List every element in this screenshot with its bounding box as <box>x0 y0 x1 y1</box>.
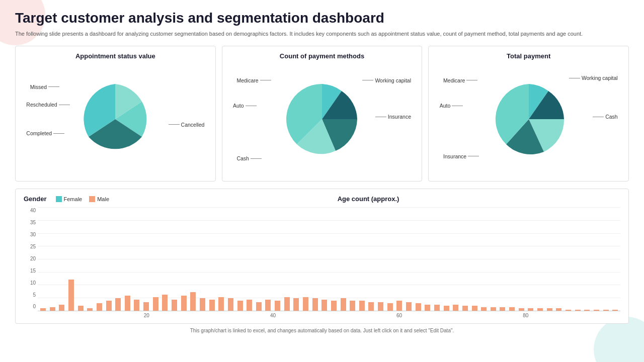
bar-group <box>592 310 601 311</box>
bar-stack <box>40 308 46 311</box>
bar-group <box>442 306 451 311</box>
bar-male <box>406 302 412 311</box>
bar-male <box>519 308 524 311</box>
bar-stack <box>425 305 430 311</box>
bar-group <box>189 292 197 311</box>
grid-25 <box>38 246 620 246</box>
bar-male <box>284 297 290 311</box>
bar-male <box>78 306 84 311</box>
bar-stack <box>284 297 290 311</box>
bar-group <box>104 301 113 311</box>
bar-male <box>416 303 421 311</box>
bar-group <box>461 306 469 311</box>
bar-group <box>330 301 338 311</box>
bar-stack <box>575 310 581 311</box>
bars-area: 20406080 <box>38 208 620 318</box>
bar-male <box>425 305 430 311</box>
bar-male <box>265 300 271 311</box>
label-auto-count: Auto <box>233 103 257 109</box>
bar-male <box>509 307 515 311</box>
bar-group <box>235 301 244 311</box>
legend-male-color <box>89 196 95 202</box>
bar-stack <box>491 307 496 311</box>
bar-stack <box>331 301 337 311</box>
label-working-tp: Working capital <box>569 75 618 81</box>
x-axis-label: 40 <box>242 313 305 318</box>
bar-stack <box>172 300 177 311</box>
total-payment-pie-container: Medicare Auto Insurance Working capital <box>436 64 621 174</box>
bar-stack <box>87 308 93 311</box>
bar-male <box>453 305 458 311</box>
bar-male <box>566 310 571 311</box>
bar-group <box>470 306 478 311</box>
bar-male <box>584 310 590 311</box>
bar-male <box>50 307 55 311</box>
bar-male <box>172 300 177 311</box>
bar-group <box>320 300 329 311</box>
bar-male <box>387 303 393 311</box>
bar-group <box>208 300 216 311</box>
bar-group <box>395 301 404 311</box>
bar-male <box>200 298 205 311</box>
bar-stack <box>603 310 609 311</box>
bar-stack <box>134 300 139 311</box>
bar-stack <box>387 303 393 311</box>
label-medicare-count: Medicare <box>236 77 271 83</box>
bar-stack <box>265 300 271 311</box>
bars-row <box>38 280 620 311</box>
bar-group <box>48 307 57 311</box>
grid-40 <box>38 207 620 208</box>
payment-count-pie-container: Medicare Auto Cash Working capital <box>229 64 415 174</box>
bar-group <box>76 306 85 311</box>
bar-group <box>39 308 47 311</box>
bar-male <box>97 303 102 311</box>
bar-stack <box>566 310 571 311</box>
bar-group <box>386 303 394 311</box>
bar-group <box>601 310 610 311</box>
bar-group <box>348 301 357 311</box>
bar-male <box>472 306 477 311</box>
bar-stack <box>97 303 102 311</box>
bar-stack <box>293 298 299 311</box>
label-cash-count: Cash <box>236 155 262 161</box>
bar-stack <box>547 308 552 311</box>
bar-group <box>95 303 104 311</box>
bar-stack <box>406 302 412 311</box>
bar-group <box>498 307 507 311</box>
bar-male <box>594 310 599 311</box>
total-payment-pie-svg <box>489 79 569 159</box>
bar-male <box>612 310 618 311</box>
bar-male <box>331 301 337 311</box>
bar-stack <box>584 310 590 311</box>
legend-male: Male <box>89 196 109 202</box>
bar-male <box>396 301 402 311</box>
bar-group <box>583 310 591 311</box>
bar-group <box>160 295 169 311</box>
bar-stack <box>500 307 505 311</box>
appointment-pie-container: Missed Rescheduled Completed Cancelled <box>23 64 208 174</box>
bar-male <box>378 302 383 311</box>
bar-chart-header: Gender Female Male Age count (approx.) <box>24 195 620 203</box>
bar-group <box>564 310 573 311</box>
bar-stack <box>68 280 74 311</box>
bar-stack <box>378 302 383 311</box>
grid-30 <box>38 233 620 234</box>
x-axis-label: 20 <box>115 313 179 318</box>
bar-male <box>162 295 168 311</box>
bar-group <box>554 308 563 311</box>
bar-stack <box>462 306 468 311</box>
bar-chart-area: 0 5 10 15 20 25 30 35 40 <box>24 208 620 318</box>
label-missed: Missed <box>30 84 59 90</box>
bar-male <box>218 297 224 311</box>
bar-male <box>190 292 196 311</box>
bar-male <box>40 308 46 311</box>
bar-stack <box>78 306 84 311</box>
bar-male <box>143 302 149 311</box>
bar-stack <box>321 300 327 311</box>
bar-stack <box>537 308 543 311</box>
bar-stack <box>209 300 215 311</box>
label-medicare-tp: Medicare <box>443 77 477 83</box>
bar-male <box>87 308 93 311</box>
bar-group <box>142 302 150 311</box>
bar-group <box>536 308 544 311</box>
